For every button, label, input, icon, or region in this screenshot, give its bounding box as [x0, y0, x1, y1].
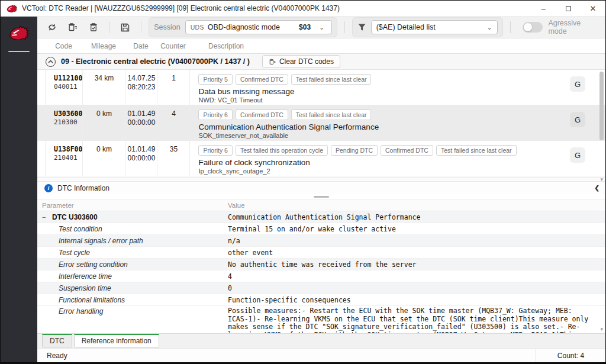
status-badge: Priority 6 [198, 109, 232, 120]
app-logo-icon [6, 4, 18, 14]
refresh-button[interactable] [43, 20, 60, 35]
tab-dtc[interactable]: DTC [42, 334, 72, 347]
info-icon: i [44, 184, 53, 192]
parameter-value: other event [228, 249, 605, 257]
column-header-mileage[interactable]: Mileage [82, 38, 125, 53]
parameter-row[interactable]: Test cycle other event [37, 247, 605, 259]
parameter-row[interactable]: Suspension time 0 [37, 282, 605, 294]
dtc-counter: 1 [157, 70, 189, 105]
dtc-code: U138F00 [54, 145, 82, 153]
collapse-minus-icon[interactable]: − [42, 214, 47, 221]
status-badge: Confirmed DTC [381, 145, 433, 156]
list-column-headers: Code Mileage Date Counter Description [37, 38, 605, 54]
guided-function-button[interactable]: G [570, 76, 585, 92]
toggle-knob [524, 23, 532, 31]
window-title: VCTool: DTC Reader | [WAUZZZGU6S2999999]… [22, 4, 340, 12]
clear-dtc-codes-button[interactable]: Clear DTC codes [262, 55, 340, 68]
dtc-title: Data bus missing message [198, 87, 566, 96]
status-badge: Confirmed DTC [236, 109, 288, 120]
parameter-value: Terminal 15 on and/or wake cluster activ… [228, 225, 605, 233]
parameter-row[interactable]: Test condition Terminal 15 on and/or wak… [37, 223, 605, 235]
dtc-row-u138f00[interactable]: U138F00 210401 0 km 01.01.49 00:00:00 35… [37, 141, 605, 176]
minimize-icon: – [541, 4, 545, 13]
trash-icon [269, 58, 276, 66]
guided-function-button[interactable]: G [570, 112, 585, 127]
dtc-list: U112100 040011 34 km 14.07.25 08:20:23 1… [37, 70, 605, 177]
dtc-subcode: 210300 [54, 118, 82, 126]
session-group: Session UDS OBD-diagnostic mode $03 ⌄ [149, 17, 337, 37]
filter-icon [357, 23, 366, 31]
ecu-group-header[interactable]: 09 - Electronic central electric (V04007… [37, 54, 605, 70]
parameter-value: Communication Authentication Signal Perf… [228, 213, 605, 221]
dtc-row-u112100[interactable]: U112100 040011 34 km 14.07.25 08:20:23 1… [37, 70, 605, 105]
status-badge: Test failed since last clear [291, 109, 372, 120]
save-icon [121, 23, 130, 32]
list-scrollbar-thumb[interactable] [599, 72, 604, 140]
dtc-code: U112100 [54, 74, 82, 82]
toolbar-divider [344, 21, 345, 33]
dtc-time: 00:00:00 [125, 118, 157, 127]
parameter-row[interactable]: Internal signals / error path n/a [37, 235, 605, 247]
toolbar-divider [109, 21, 109, 33]
session-dropdown[interactable]: UDS OBD-diagnostic mode $03 ⌄ [185, 20, 332, 34]
session-code: $03 [299, 23, 311, 31]
chevron-down-icon: ⌄ [319, 25, 324, 29]
value-column-header[interactable]: Value [228, 202, 605, 209]
aggressive-mode-toggle[interactable] [523, 22, 543, 33]
dtc-counter: 4 [157, 105, 189, 140]
tab-reference-information[interactable]: Reference information [74, 334, 159, 347]
toolbar-divider [510, 21, 511, 33]
parameter-row-dtc[interactable]: −DTC U303600 Communication Authenticatio… [37, 211, 605, 223]
delete-confirmed-button[interactable] [85, 20, 102, 35]
scroll-down-icon[interactable]: ▾ [600, 176, 603, 182]
parameter-row[interactable]: Functional limitations Function-specific… [37, 294, 605, 306]
dtc-error-path: SOK_timeserver_not_available [198, 132, 566, 139]
collapse-panel-button[interactable]: ❮ [595, 185, 599, 191]
parameter-name: Error handling [37, 307, 228, 315]
aggressive-mode-label: Agressive mode [548, 19, 599, 36]
sidebar-divider [8, 51, 30, 52]
column-header-code[interactable]: Code [45, 38, 82, 53]
dtc-date: 01.01.49 [125, 109, 157, 118]
parameter-column-header[interactable]: Parameter [37, 202, 228, 209]
title-bar: VCTool: DTC Reader | [WAUZZZGU6S2999999]… [1, 1, 605, 17]
guided-function-button[interactable]: G [570, 147, 585, 163]
column-header-date[interactable]: Date [125, 38, 157, 53]
dtc-date: 01.01.49 [125, 145, 157, 154]
parameter-value: 4 [228, 272, 605, 281]
parameter-row[interactable]: Error setting condition No authentic tim… [37, 259, 605, 270]
parameter-value: Possible measures:- Restart the ECU with… [228, 307, 605, 333]
clear-dtc-codes-label: Clear DTC codes [279, 57, 334, 66]
dtc-date: 14.07.25 [125, 74, 157, 83]
parameter-value: Function-specific consequences [228, 296, 605, 304]
close-button[interactable]: ✕ [581, 1, 605, 16]
toolbar: Session UDS OBD-diagnostic mode $03 ⌄ ($… [37, 17, 605, 38]
column-header-description[interactable]: Description [189, 38, 570, 53]
dtc-information-title: DTC Information [57, 184, 109, 192]
parameter-row-error-handling[interactable]: Error handling Possible measures:- Resta… [37, 306, 605, 333]
dtc-row-u303600[interactable]: U303600 210300 0 km 01.01.49 00:00:00 4 … [37, 105, 605, 141]
app-window: VCTool: DTC Reader | [WAUZZZGU6S2999999]… [0, 0, 606, 364]
minimize-button[interactable]: – [531, 1, 556, 16]
app-logo-large-icon[interactable] [8, 23, 30, 43]
scroll-down-icon[interactable]: ▾ [600, 326, 603, 332]
filter-dropdown[interactable]: ($AE) Detailed list ⌄ [371, 20, 498, 34]
maximize-button[interactable] [556, 1, 581, 16]
parameter-name: Error setting condition [37, 260, 228, 269]
collapse-group-button[interactable] [46, 57, 56, 67]
save-button[interactable] [117, 20, 134, 35]
splitter[interactable] [37, 194, 605, 199]
filter-group: ($AE) Detailed list ⌄ [352, 17, 503, 37]
dtc-mileage: 34 km [82, 70, 125, 105]
trash-list-icon [67, 22, 78, 32]
parameter-name: DTC U303600 [52, 213, 98, 221]
parameter-name: Test condition [37, 225, 228, 233]
parameter-value: 0 [228, 284, 605, 292]
chevron-up-icon [48, 60, 53, 63]
session-value: OBD-diagnostic mode [208, 23, 280, 31]
parameter-row[interactable]: Interference time 4 [37, 270, 605, 282]
status-badge: Priority 5 [198, 74, 232, 85]
column-header-counter[interactable]: Counter [157, 38, 189, 53]
delete-dtc-list-button[interactable] [64, 20, 81, 35]
dtc-subcode: 210401 [54, 154, 82, 162]
